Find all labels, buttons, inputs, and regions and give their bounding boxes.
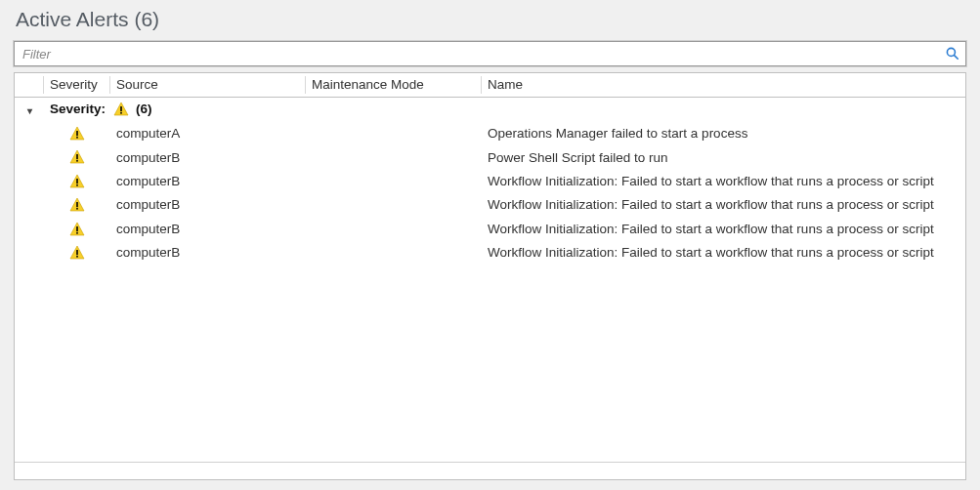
warning-icon	[69, 197, 85, 213]
page-title: Active Alerts (6)	[16, 8, 966, 31]
alert-source: computerB	[110, 217, 306, 240]
alert-name: Power Shell Script failed to run	[482, 145, 965, 169]
table-row[interactable]: computerBWorkflow Initialization: Failed…	[15, 217, 965, 240]
title-text: Active Alerts	[16, 8, 129, 30]
column-header-source[interactable]: Source	[110, 73, 306, 98]
alerts-panel: Active Alerts (6) Severity	[0, 0, 980, 490]
column-header-maintenance-mode[interactable]: Maintenance Mode	[306, 73, 482, 98]
filter-input[interactable]	[21, 46, 946, 62]
group-count: (6)	[136, 102, 152, 116]
column-header-row: Severity Source Maintenance Mode Name	[15, 73, 965, 98]
warning-icon	[69, 174, 85, 189]
alert-maintenance-mode	[306, 241, 482, 265]
alert-name: Workflow Initialization: Failed to start…	[482, 217, 965, 240]
alert-maintenance-mode	[306, 169, 482, 192]
alerts-grid: Severity Source Maintenance Mode Name ▾S…	[14, 72, 966, 480]
alert-source: computerA	[110, 121, 306, 144]
filter-bar[interactable]	[14, 41, 966, 66]
warning-icon	[69, 222, 85, 237]
warning-icon	[113, 102, 129, 117]
warning-icon	[69, 126, 85, 142]
alert-name: Workflow Initialization: Failed to start…	[482, 241, 965, 265]
table-row[interactable]: computerBPower Shell Script failed to ru…	[15, 145, 965, 169]
horizontal-scrollbar[interactable]	[15, 462, 965, 479]
alert-source: computerB	[110, 241, 306, 265]
alert-maintenance-mode	[306, 121, 482, 144]
table-row[interactable]: computerAOperations Manager failed to st…	[15, 121, 965, 144]
grid-scroll-area: Severity Source Maintenance Mode Name ▾S…	[15, 73, 965, 462]
group-header-row[interactable]: ▾Severity: (6)	[15, 98, 965, 122]
alert-maintenance-mode	[306, 217, 482, 240]
column-header-name[interactable]: Name	[482, 73, 965, 98]
alert-source: computerB	[110, 145, 306, 169]
title-count: 6	[141, 8, 152, 30]
group-label: Severity:	[50, 102, 106, 116]
warning-icon	[69, 149, 85, 165]
alert-source: computerB	[110, 193, 306, 217]
svg-line-3	[955, 56, 959, 60]
column-header-severity[interactable]: Severity	[44, 73, 110, 98]
alert-maintenance-mode	[306, 193, 482, 217]
warning-icon	[69, 245, 85, 261]
column-header-expand[interactable]	[15, 73, 44, 98]
alert-source: computerB	[110, 169, 306, 192]
table-row[interactable]: computerBWorkflow Initialization: Failed…	[15, 169, 965, 192]
chevron-down-icon[interactable]: ▾	[24, 106, 34, 116]
table-row[interactable]: computerBWorkflow Initialization: Failed…	[15, 193, 965, 217]
table-row[interactable]: computerBWorkflow Initialization: Failed…	[15, 241, 965, 265]
alert-name: Operations Manager failed to start a pro…	[482, 121, 965, 144]
alert-name: Workflow Initialization: Failed to start…	[482, 193, 965, 217]
search-icon[interactable]	[946, 47, 959, 61]
alert-maintenance-mode	[306, 145, 482, 169]
alert-name: Workflow Initialization: Failed to start…	[482, 169, 965, 192]
